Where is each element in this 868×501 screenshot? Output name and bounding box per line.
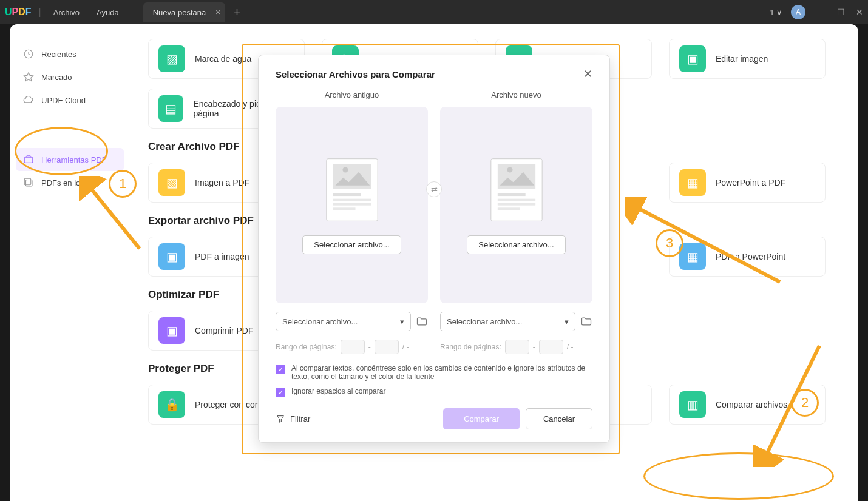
new-file-dropzone[interactable]: Seleccionar archivo... (440, 107, 592, 303)
toolbox-icon (23, 154, 34, 165)
filter-icon (276, 414, 285, 424)
svg-rect-9 (333, 198, 370, 201)
file-placeholder-icon (322, 156, 382, 223)
tool-pdf-ppt[interactable]: ▦PDF a PowerPoint (669, 237, 826, 277)
tool-comparar[interactable]: ▥Comparar archivos (669, 385, 826, 425)
minimize-button[interactable]: — (818, 7, 826, 17)
pdf-to-image-icon: ▣ (158, 243, 185, 270)
cancel-button[interactable]: Cancelar (526, 408, 592, 429)
modal-title: Seleccionar Archivos para Comparar (276, 69, 435, 79)
checkbox-text-only[interactable]: ✓ (276, 365, 285, 374)
chevron-down-icon: ▾ (565, 317, 569, 326)
sidebar-label: Recientes (41, 50, 76, 59)
menu-ayuda[interactable]: Ayuda (92, 8, 124, 17)
compare-modal: Seleccionar Archivos para Comparar ✕ Arc… (258, 55, 610, 443)
range-label: Rango de páginas: (276, 343, 337, 351)
sidebar-label: Herramientas PDF (41, 155, 107, 164)
checkbox-ignore-spaces[interactable]: ✓ (276, 388, 285, 397)
old-range-start[interactable] (341, 340, 365, 354)
sidebar-label: UPDF Cloud (41, 96, 86, 105)
tool-editar-imagen[interactable]: ▣Editar imagen (669, 39, 826, 79)
sidebar-item-cloud[interactable]: UPDF Cloud (16, 89, 124, 112)
sidebar: Recientes Marcado UPDF Cloud Herramienta… (10, 24, 124, 501)
svg-marker-1 (24, 73, 33, 81)
sidebar-item-marcado[interactable]: Marcado (16, 66, 124, 89)
svg-point-7 (342, 167, 348, 172)
new-file-label: Archivo nuevo (440, 90, 592, 99)
folder-icon[interactable] (416, 315, 428, 328)
svg-rect-2 (24, 157, 33, 163)
svg-rect-17 (497, 203, 535, 206)
compress-icon: ▣ (158, 317, 185, 344)
ppt-to-pdf-icon: ▦ (679, 169, 706, 196)
folder-icon[interactable] (580, 315, 592, 328)
maximize-button[interactable]: ☐ (837, 7, 845, 17)
star-icon (23, 72, 34, 82)
select-old-file-button[interactable]: Seleccionar archivo... (302, 235, 401, 254)
tab-title: Nueva pestaña (153, 8, 206, 17)
compare-button[interactable]: Comparar (443, 408, 520, 429)
old-range-end[interactable] (375, 340, 399, 354)
cloud-icon (23, 95, 34, 106)
range-label: Rango de páginas: (440, 343, 501, 351)
browser-tab[interactable]: Nueva pestaña × (143, 2, 225, 22)
checkbox-label: Al comparar textos, concéntrese solo en … (291, 364, 592, 381)
close-button[interactable]: ✕ (856, 7, 863, 17)
svg-rect-8 (333, 193, 361, 196)
close-icon[interactable]: × (215, 7, 220, 17)
svg-rect-4 (24, 178, 31, 185)
chevron-down-icon: ▾ (400, 317, 404, 326)
menu-archivo[interactable]: Archivo (49, 8, 84, 17)
svg-rect-16 (497, 198, 535, 201)
compare-icon: ▥ (679, 391, 706, 418)
old-file-label: Archivo antiguo (276, 90, 428, 99)
sidebar-item-recientes[interactable]: Recientes (16, 42, 124, 66)
clock-icon (23, 49, 34, 59)
watermark-icon: ▨ (158, 45, 185, 72)
app-logo: UPDF (5, 7, 32, 18)
account-dropdown[interactable]: 1 ∨ (766, 8, 786, 17)
old-file-dropdown[interactable]: Seleccionar archivo...▾ (276, 312, 411, 331)
svg-rect-3 (26, 180, 33, 187)
tool-ppt-pdf[interactable]: ▦PowerPoint a PDF (669, 163, 826, 203)
file-placeholder-icon (487, 156, 546, 223)
svg-point-14 (507, 167, 512, 172)
new-range-start[interactable] (505, 340, 529, 354)
close-icon[interactable]: ✕ (583, 67, 592, 81)
batch-icon (23, 177, 34, 188)
lock-icon: 🔒 (158, 391, 185, 418)
sidebar-label: Marcado (41, 73, 72, 82)
svg-rect-15 (497, 193, 525, 196)
new-file-dropdown[interactable]: Seleccionar archivo...▾ (440, 312, 575, 331)
filter-button[interactable]: Filtrar (276, 414, 310, 424)
svg-rect-18 (497, 207, 520, 210)
title-bar: UPDF | Archivo Ayuda Nueva pestaña × + 1… (0, 0, 868, 24)
swap-icon[interactable]: ⇄ (426, 181, 442, 197)
sidebar-item-lote[interactable]: PDFs en lote (16, 171, 124, 194)
svg-rect-11 (333, 207, 355, 210)
select-new-file-button[interactable]: Seleccionar archivo... (467, 235, 565, 254)
avatar[interactable]: A (791, 5, 805, 19)
checkbox-label: Ignorar espacios al comparar (291, 387, 385, 397)
image-to-pdf-icon: ▧ (158, 169, 185, 196)
image-icon: ▣ (679, 45, 706, 72)
old-file-dropzone[interactable]: Seleccionar archivo... (276, 107, 428, 303)
svg-rect-10 (333, 203, 370, 206)
new-range-end[interactable] (539, 340, 563, 354)
sidebar-label: PDFs en lote (41, 178, 87, 187)
new-tab-button[interactable]: + (228, 6, 246, 19)
pdf-to-ppt-icon: ▦ (679, 243, 706, 270)
sidebar-item-herramientas[interactable]: Herramientas PDF (16, 148, 124, 171)
header-footer-icon: ▤ (158, 95, 183, 122)
